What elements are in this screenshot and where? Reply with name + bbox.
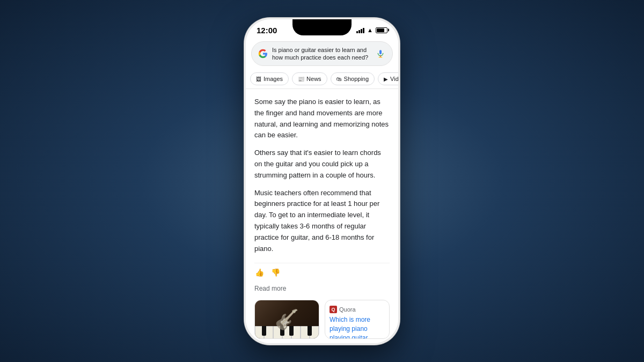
mussila-card[interactable]: 🎸 M Mussila What's Easier to Learn Piano…: [254, 300, 319, 338]
guitar-image: 🎸: [275, 308, 299, 331]
status-icons: ▲: [356, 27, 387, 33]
thumbs-down-icon[interactable]: 👎: [270, 268, 280, 277]
tab-shopping[interactable]: 🛍 Shopping: [331, 72, 375, 85]
shopping-tab-icon: 🛍: [336, 76, 342, 82]
tab-images[interactable]: 🖼 Images: [250, 72, 289, 85]
quora-logo: Q: [330, 306, 337, 313]
svg-rect-0: [379, 50, 382, 54]
news-tab-icon: 📰: [298, 76, 304, 82]
videos-tab-icon: ▶: [384, 76, 388, 82]
search-bar[interactable]: Is piano or guitar easier to learn and h…: [251, 41, 393, 67]
phone-frame: 12:00 ▲: [244, 18, 400, 345]
quora-card-title: Which is more playing piano playing guit…: [325, 315, 389, 338]
images-tab-icon: 🖼: [256, 76, 261, 82]
answer-text-1: Some say the piano is easier to learn, a…: [254, 97, 390, 141]
phone-notch: [292, 19, 352, 35]
filter-tabs: 🖼 Images 📰 News 🛍 Shopping ▶ Vide: [246, 70, 398, 89]
thumbs-up-icon[interactable]: 👍: [254, 268, 264, 277]
search-query-text: Is piano or guitar easier to learn and h…: [272, 46, 371, 62]
search-bar-area: Is piano or guitar easier to learn and h…: [246, 38, 398, 71]
quora-source-name: Quora: [339, 306, 356, 313]
mussila-card-image: 🎸: [255, 300, 319, 338]
content-area: Some say the piano is easier to learn, a…: [246, 89, 398, 343]
answer-paragraph-2: Others say that it's easier to learn cho…: [254, 147, 390, 181]
battery-icon: [376, 27, 387, 33]
quora-source: Q Quora: [325, 300, 389, 315]
tab-videos[interactable]: ▶ Vide: [378, 72, 398, 85]
answer-paragraph-1: Some say the piano is easier to learn, a…: [254, 97, 390, 141]
mic-icon[interactable]: [375, 48, 386, 59]
signal-icon: [356, 27, 364, 33]
images-tab-label: Images: [264, 76, 283, 82]
status-time: 12:00: [257, 26, 277, 35]
feedback-row: 👍 👎: [254, 263, 390, 282]
shopping-tab-label: Shopping: [344, 76, 369, 82]
answer-text-2: Others say that it's easier to learn cho…: [254, 147, 390, 181]
google-logo: [258, 49, 268, 58]
article-cards: 🎸 M Mussila What's Easier to Learn Piano…: [254, 295, 390, 343]
answer-text-3: Music teachers often recommend that begi…: [254, 188, 390, 255]
read-more-link[interactable]: Read more: [254, 282, 390, 295]
tab-news[interactable]: 📰 News: [292, 72, 327, 85]
news-tab-label: News: [306, 76, 321, 82]
answer-paragraph-3: Music teachers often recommend that begi…: [254, 188, 390, 255]
videos-tab-label: Vide: [390, 76, 398, 82]
wifi-icon: ▲: [367, 27, 373, 33]
phone-screen: 12:00 ▲: [246, 19, 398, 343]
quora-card[interactable]: Q Quora Which is more playing piano play…: [325, 300, 390, 338]
